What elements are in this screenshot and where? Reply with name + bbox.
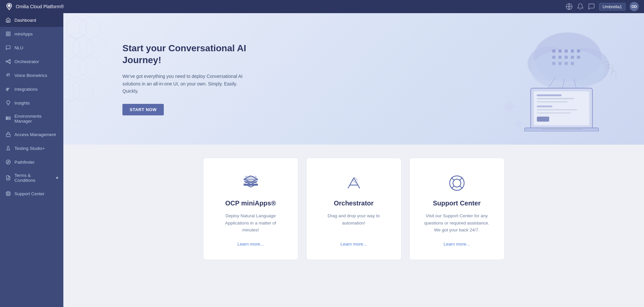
svg-rect-53 [565, 62, 568, 65]
sidebar-item-orchestrator[interactable]: Orchestrator [0, 55, 63, 68]
svg-rect-51 [552, 62, 555, 65]
orchestrator-card-icon [345, 175, 362, 192]
cards-section: OCP miniApps® Deploy Natural Language Ap… [63, 145, 644, 273]
svg-point-15 [7, 119, 7, 119]
sidebar-label-support-center: Support Center [14, 191, 45, 196]
hero-banner: Start your Conversational AI Journey! We… [63, 13, 644, 145]
svg-line-10 [7, 61, 9, 63]
home-icon [5, 17, 11, 23]
svg-line-25 [9, 192, 10, 193]
sidebar-item-testing-studio[interactable]: Testing Studio+ [0, 141, 63, 155]
svg-rect-61 [537, 98, 574, 99]
header-actions: Umbrella1 OD [566, 2, 639, 11]
svg-line-26 [7, 194, 8, 195]
globe-icon[interactable] [566, 3, 573, 10]
sidebar-item-voice-biometrics[interactable]: Voice Biometrics [0, 68, 63, 82]
sidebar-label-access-management: Access Management [14, 132, 56, 137]
plug-icon [5, 86, 11, 92]
sidebar-item-dashboard[interactable]: Dashboard [0, 13, 63, 27]
svg-rect-16 [6, 134, 10, 136]
hero-description: We've got everything you need to deploy … [122, 73, 254, 95]
diagram-icon [5, 59, 11, 64]
svg-rect-50 [577, 56, 580, 59]
svg-rect-3 [9, 32, 10, 34]
svg-marker-36 [67, 99, 86, 121]
orchestrator-card-title: Orchestrator [334, 200, 374, 207]
sidebar-item-environments-manager[interactable]: Environments Manager [0, 110, 63, 128]
svg-rect-7 [9, 59, 11, 61]
bell-icon[interactable] [577, 3, 584, 10]
server-icon [5, 116, 11, 122]
logo-text: Omilia Cloud Platform® [16, 4, 64, 9]
support-center-card: Support Center Visit our Support Center … [409, 158, 504, 260]
svg-rect-8 [9, 62, 11, 63]
svg-rect-64 [537, 109, 577, 110]
top-header: Omilia Cloud Platform® Umbrella1 OD [0, 0, 644, 13]
svg-rect-49 [571, 56, 574, 59]
sidebar-label-integrations: Integrations [14, 87, 38, 92]
miniapps-card-title: OCP miniApps® [225, 200, 276, 207]
main-content: Start your Conversational AI Journey! We… [63, 13, 644, 307]
sidebar-label-nlu: NLU [14, 45, 23, 50]
sidebar-item-pathfinder[interactable]: Pathfinder [0, 155, 63, 169]
document-icon [5, 175, 11, 181]
fingerprint-icon [5, 72, 11, 78]
svg-rect-48 [565, 56, 568, 59]
chat-bubble-icon [5, 45, 11, 51]
sidebar-label-pathfinder: Pathfinder [14, 160, 35, 165]
svg-marker-71 [514, 119, 523, 128]
sidebar-label-dashboard: Dashboard [14, 18, 36, 23]
svg-line-23 [7, 192, 8, 193]
sidebar-item-integrations[interactable]: Integrations [0, 82, 63, 96]
svg-point-40 [531, 50, 605, 90]
svg-marker-18 [7, 161, 9, 163]
miniapps-card-link[interactable]: Learn more... [237, 242, 264, 247]
svg-line-81 [451, 177, 454, 180]
svg-point-17 [6, 160, 10, 164]
svg-rect-43 [565, 50, 568, 53]
sidebar-item-miniapps[interactable]: miniApps [0, 27, 63, 41]
miniapps-card: OCP miniApps® Deploy Natural Language Ap… [203, 158, 298, 260]
svg-line-84 [451, 186, 454, 189]
svg-rect-46 [552, 56, 555, 59]
sidebar-label-environments-manager: Environments Manager [14, 114, 58, 124]
hero-bg-decoration [63, 13, 122, 145]
sidebar: Dashboard miniApps NLU [0, 13, 63, 307]
support-center-card-link[interactable]: Learn more... [443, 242, 470, 247]
sidebar-item-insights[interactable]: Insights [0, 96, 63, 110]
svg-rect-63 [537, 106, 552, 107]
miniapps-card-description: Deploy Natural Language Applications in … [217, 212, 285, 234]
svg-line-9 [7, 60, 9, 61]
svg-rect-65 [537, 112, 571, 114]
svg-point-14 [7, 117, 7, 117]
miniapps-card-icon [242, 175, 259, 192]
user-avatar[interactable]: OD [630, 2, 639, 11]
svg-rect-66 [537, 117, 549, 122]
chat-icon[interactable] [588, 3, 595, 10]
life-ring-icon [5, 191, 11, 197]
hero-text-block: Start your Conversational AI Journey! We… [122, 42, 254, 116]
support-center-card-icon [448, 175, 465, 192]
start-now-button[interactable]: START NOW [122, 104, 164, 115]
svg-line-83 [460, 177, 462, 180]
svg-marker-72 [592, 113, 605, 126]
svg-rect-44 [571, 50, 574, 53]
sidebar-label-orchestrator: Orchestrator [14, 59, 39, 64]
sidebar-item-access-management[interactable]: Access Management [0, 128, 63, 141]
tenant-selector[interactable]: Umbrella1 [599, 3, 626, 11]
support-center-card-description: Visit our Support Center for any questio… [423, 212, 491, 234]
sidebar-item-nlu[interactable]: NLU [0, 41, 63, 55]
sidebar-label-insights: Insights [14, 101, 30, 106]
orchestrator-card-description: Drag and drop your way to automation! [320, 212, 388, 234]
sidebar-item-support-center[interactable]: Support Center [0, 187, 63, 201]
sidebar-item-terms-conditions[interactable]: Terms & Conditions [0, 169, 63, 187]
orchestrator-card-link[interactable]: Learn more... [340, 242, 367, 247]
svg-rect-54 [571, 62, 574, 65]
sidebar-label-testing-studio: Testing Studio+ [14, 146, 45, 151]
lightbulb-icon [5, 100, 11, 106]
svg-rect-5 [9, 34, 10, 36]
terms-dot-indicator [56, 177, 58, 179]
svg-rect-6 [6, 61, 7, 62]
support-center-card-title: Support Center [433, 200, 481, 207]
svg-rect-52 [558, 62, 561, 65]
